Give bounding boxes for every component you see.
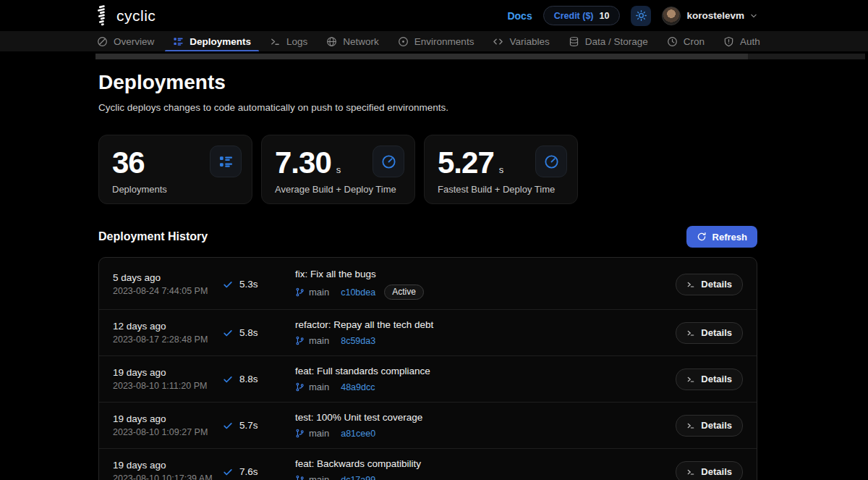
stat-card-fastest-time: 5.27 s Fastest Build + Deploy Time xyxy=(424,135,578,204)
stats-row: 36 Deployments 7.30 s xyxy=(98,135,757,204)
details-button[interactable]: Details xyxy=(676,274,743,295)
deploy-commit: fix: Fix all the bugs main c10bdea Activ… xyxy=(295,269,676,300)
branch-name: main xyxy=(309,382,329,392)
details-button[interactable]: Details xyxy=(676,322,743,344)
refresh-label: Refresh xyxy=(712,232,747,243)
sun-icon xyxy=(636,10,647,21)
app-header: cyclic Docs Credit ($) 10 korostelevm xyxy=(0,0,868,31)
deploy-status: 8.8s xyxy=(223,374,295,384)
relative-time: 12 days ago xyxy=(113,321,223,332)
stat-value: 7.30 xyxy=(275,146,331,180)
timestamp: 2023-08-24 7:44:05 PM xyxy=(113,286,223,296)
tab-environments[interactable]: Environments xyxy=(388,31,484,51)
branch-name: main xyxy=(309,287,329,298)
details-button[interactable]: Details xyxy=(676,415,743,437)
details-button[interactable]: Details xyxy=(676,369,743,390)
deploy-when: 19 days ago 2023-08-10 1:11:20 PM xyxy=(113,367,223,391)
terminal-icon xyxy=(686,329,695,337)
check-icon xyxy=(223,467,233,477)
branch-name: main xyxy=(309,428,329,439)
timestamp: 2023-08-17 2:28:48 PM xyxy=(113,334,223,345)
commit-hash-link[interactable]: a81cee0 xyxy=(341,429,375,439)
deployment-row: 12 days ago 2023-08-17 2:28:48 PM 5.8s r… xyxy=(99,309,757,355)
stat-unit: s xyxy=(336,164,341,175)
tab-label: Deployments xyxy=(190,36,251,47)
tab-network[interactable]: Network xyxy=(317,31,388,51)
commit-hash-link[interactable]: 48a9dcc xyxy=(341,382,375,392)
commit-message: refactor: Repay all the tech debt xyxy=(295,319,676,330)
active-badge: Active xyxy=(384,285,424,300)
page-title: Deployments xyxy=(98,71,757,94)
details-label: Details xyxy=(701,279,732,290)
stat-label: Fastest Build + Deploy Time xyxy=(438,184,555,195)
deployment-history-panel: 5 days ago 2023-08-24 7:44:05 PM 5.3s fi… xyxy=(98,257,757,480)
timer-icon xyxy=(535,146,567,177)
shield-icon xyxy=(723,36,734,47)
deployment-row: 5 days ago 2023-08-24 7:44:05 PM 5.3s fi… xyxy=(99,259,757,309)
tab-label: Logs xyxy=(286,36,307,47)
commit-message: fix: Fix all the bugs xyxy=(295,269,676,279)
environments-icon xyxy=(398,36,409,47)
globe-icon xyxy=(326,36,337,47)
deployment-row: 19 days ago 2023-08-10 1:09:27 PM 5.7s t… xyxy=(99,402,757,448)
theme-toggle-button[interactable] xyxy=(631,6,651,26)
relative-time: 5 days ago xyxy=(113,272,223,283)
deploy-commit: refactor: Repay all the tech debt main 8… xyxy=(295,319,676,346)
tab-data-storage[interactable]: Data / Storage xyxy=(559,31,658,51)
refresh-button[interactable]: Refresh xyxy=(686,226,757,248)
stat-label: Deployments xyxy=(112,184,167,195)
tab-label: Network xyxy=(343,36,379,47)
deploy-when: 12 days ago 2023-08-17 2:28:48 PM xyxy=(113,321,223,345)
tab-label: Cron xyxy=(684,36,705,47)
commit-hash-link[interactable]: 8c59da3 xyxy=(341,336,375,346)
deploy-commit: feat: Full standards compliance main 48a… xyxy=(295,366,676,392)
deploy-when: 19 days ago 2023-08-10 1:09:27 PM xyxy=(113,413,223,437)
commit-hash-link[interactable]: c10bdea xyxy=(341,287,375,298)
branch-name: main xyxy=(309,335,329,346)
stat-unit: s xyxy=(499,164,504,175)
build-duration: 8.8s xyxy=(239,374,258,384)
details-button[interactable]: Details xyxy=(676,461,743,480)
tab-cron[interactable]: Cron xyxy=(658,31,714,51)
nav-scrollbar-thumb[interactable] xyxy=(95,54,748,59)
commit-hash-link[interactable]: dc17a99 xyxy=(341,475,375,480)
deployment-row: 19 days ago 2023-08-10 1:11:20 PM 8.8s f… xyxy=(99,355,757,402)
docs-link[interactable]: Docs xyxy=(507,10,532,22)
tab-overview[interactable]: Overview xyxy=(88,31,163,51)
stat-label: Average Build + Deploy Time xyxy=(275,184,396,195)
terminal-icon xyxy=(270,36,281,47)
username: korostelevm xyxy=(686,10,744,21)
credit-button[interactable]: Credit ($) 10 xyxy=(543,6,621,25)
timer-icon xyxy=(373,146,404,177)
account-menu[interactable]: korostelevm xyxy=(662,7,757,25)
deployments-grid-icon xyxy=(210,146,242,177)
git-branch-icon xyxy=(295,336,305,345)
timestamp: 2023-08-10 10:17:39 AM xyxy=(113,473,223,480)
git-branch-icon xyxy=(295,475,305,480)
tab-logs[interactable]: Logs xyxy=(260,31,317,51)
git-branch-icon xyxy=(295,287,305,297)
header-actions: Docs Credit ($) 10 korostelevm xyxy=(507,6,757,26)
details-label: Details xyxy=(701,420,732,431)
nav-tabs: Overview Deployments Logs xyxy=(0,31,763,51)
deployment-row: 19 days ago 2023-08-10 10:17:39 AM 7.6s … xyxy=(99,448,757,480)
terminal-icon xyxy=(686,375,695,384)
deploy-when: 19 days ago 2023-08-10 10:17:39 AM xyxy=(113,460,223,480)
credit-value: 10 xyxy=(600,11,610,21)
deployments-icon xyxy=(173,36,184,47)
avatar xyxy=(662,7,681,25)
brand[interactable]: cyclic xyxy=(96,5,156,27)
tab-label: Auth xyxy=(740,36,760,47)
cyclic-logo-icon xyxy=(96,5,110,27)
terminal-icon xyxy=(686,468,695,476)
tab-auth[interactable]: Auth xyxy=(714,31,763,51)
tab-variables[interactable]: Variables xyxy=(483,31,558,51)
commit-message: feat: Full standards compliance xyxy=(295,366,676,376)
nav-bar: Overview Deployments Logs xyxy=(0,31,868,51)
tab-deployments[interactable]: Deployments xyxy=(163,31,260,51)
chevron-down-icon xyxy=(750,12,757,20)
tab-label: Variables xyxy=(509,36,549,47)
refresh-icon xyxy=(697,232,707,242)
relative-time: 19 days ago xyxy=(113,413,223,424)
tab-label: Overview xyxy=(114,36,154,47)
